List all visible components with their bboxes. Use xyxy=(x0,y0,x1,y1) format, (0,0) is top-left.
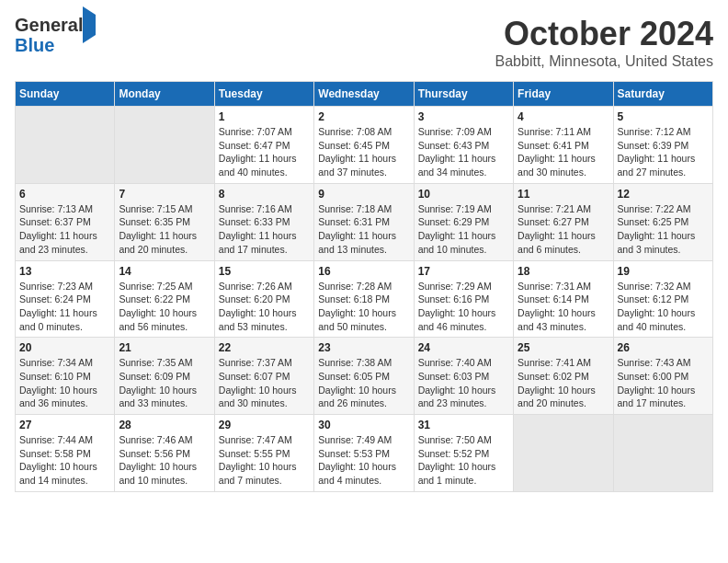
day-number: 2 xyxy=(318,110,409,123)
day-number: 19 xyxy=(618,265,709,278)
table-row: 19Sunrise: 7:32 AM Sunset: 6:12 PM Dayli… xyxy=(613,260,712,338)
table-row: 11Sunrise: 7:21 AM Sunset: 6:27 PM Dayli… xyxy=(514,183,613,260)
header-sunday: Sunday xyxy=(16,82,115,107)
table-row: 16Sunrise: 7:28 AM Sunset: 6:18 PM Dayli… xyxy=(314,260,414,338)
day-info: Sunrise: 7:07 AM Sunset: 6:47 PM Dayligh… xyxy=(219,125,310,179)
day-number: 26 xyxy=(618,341,709,354)
day-number: 21 xyxy=(119,341,210,354)
day-number: 30 xyxy=(318,419,409,431)
logo: General Blue xyxy=(15,15,96,55)
day-number: 12 xyxy=(618,188,709,201)
day-info: Sunrise: 7:26 AM Sunset: 6:20 PM Dayligh… xyxy=(219,280,310,334)
table-row: 17Sunrise: 7:29 AM Sunset: 6:16 PM Dayli… xyxy=(414,260,513,338)
table-row: 5Sunrise: 7:12 AM Sunset: 6:39 PM Daylig… xyxy=(613,107,712,184)
logo-general: General xyxy=(15,15,83,35)
day-info: Sunrise: 7:18 AM Sunset: 6:31 PM Dayligh… xyxy=(318,202,409,257)
logo-icon xyxy=(83,6,96,43)
logo-blue: Blue xyxy=(15,35,54,55)
day-info: Sunrise: 7:12 AM Sunset: 6:39 PM Dayligh… xyxy=(618,125,709,179)
day-number: 7 xyxy=(119,188,210,201)
table-row: 1Sunrise: 7:07 AM Sunset: 6:47 PM Daylig… xyxy=(214,107,313,184)
table-row: 20Sunrise: 7:34 AM Sunset: 6:10 PM Dayli… xyxy=(16,338,115,415)
day-info: Sunrise: 7:32 AM Sunset: 6:12 PM Dayligh… xyxy=(618,280,709,334)
day-number: 16 xyxy=(318,265,409,278)
day-number: 1 xyxy=(219,110,310,123)
table-row: 21Sunrise: 7:35 AM Sunset: 6:09 PM Dayli… xyxy=(115,338,214,415)
day-info: Sunrise: 7:19 AM Sunset: 6:29 PM Dayligh… xyxy=(418,202,509,257)
table-row: 14Sunrise: 7:25 AM Sunset: 6:22 PM Dayli… xyxy=(115,260,214,338)
table-row: 6Sunrise: 7:13 AM Sunset: 6:37 PM Daylig… xyxy=(16,183,115,260)
day-info: Sunrise: 7:16 AM Sunset: 6:33 PM Dayligh… xyxy=(219,202,310,257)
table-row: 7Sunrise: 7:15 AM Sunset: 6:35 PM Daylig… xyxy=(115,183,214,260)
table-row: 26Sunrise: 7:43 AM Sunset: 6:00 PM Dayli… xyxy=(613,338,712,415)
day-info: Sunrise: 7:41 AM Sunset: 6:02 PM Dayligh… xyxy=(518,356,609,410)
table-row xyxy=(16,107,115,184)
header-thursday: Thursday xyxy=(414,82,513,107)
day-number: 9 xyxy=(318,188,409,201)
calendar-table: Sunday Monday Tuesday Wednesday Thursday… xyxy=(15,81,713,492)
day-number: 10 xyxy=(418,188,509,201)
day-number: 5 xyxy=(618,110,709,123)
day-number: 28 xyxy=(119,419,210,431)
table-row: 30Sunrise: 7:49 AM Sunset: 5:53 PM Dayli… xyxy=(314,415,414,492)
day-info: Sunrise: 7:34 AM Sunset: 6:10 PM Dayligh… xyxy=(19,356,110,410)
table-row: 18Sunrise: 7:31 AM Sunset: 6:14 PM Dayli… xyxy=(514,260,613,338)
day-number: 27 xyxy=(19,419,110,431)
table-row: 15Sunrise: 7:26 AM Sunset: 6:20 PM Dayli… xyxy=(214,260,313,338)
day-number: 15 xyxy=(219,265,310,278)
table-row: 31Sunrise: 7:50 AM Sunset: 5:52 PM Dayli… xyxy=(414,415,513,492)
day-info: Sunrise: 7:44 AM Sunset: 5:58 PM Dayligh… xyxy=(19,433,110,488)
day-info: Sunrise: 7:21 AM Sunset: 6:27 PM Dayligh… xyxy=(518,202,609,257)
table-row xyxy=(514,415,613,492)
day-number: 24 xyxy=(418,341,509,354)
day-info: Sunrise: 7:49 AM Sunset: 5:53 PM Dayligh… xyxy=(318,433,409,488)
header-monday: Monday xyxy=(115,82,214,107)
table-row: 24Sunrise: 7:40 AM Sunset: 6:03 PM Dayli… xyxy=(414,338,513,415)
table-row: 9Sunrise: 7:18 AM Sunset: 6:31 PM Daylig… xyxy=(314,183,414,260)
day-info: Sunrise: 7:47 AM Sunset: 5:55 PM Dayligh… xyxy=(219,433,310,488)
logo-text: General Blue xyxy=(15,15,96,55)
table-row: 27Sunrise: 7:44 AM Sunset: 5:58 PM Dayli… xyxy=(16,415,115,492)
header-tuesday: Tuesday xyxy=(214,82,313,107)
header-saturday: Saturday xyxy=(613,82,712,107)
header-friday: Friday xyxy=(514,82,613,107)
day-info: Sunrise: 7:50 AM Sunset: 5:52 PM Dayligh… xyxy=(418,433,509,488)
calendar-week-row: 27Sunrise: 7:44 AM Sunset: 5:58 PM Dayli… xyxy=(16,415,713,492)
day-number: 18 xyxy=(518,265,609,278)
day-info: Sunrise: 7:31 AM Sunset: 6:14 PM Dayligh… xyxy=(518,280,609,334)
day-number: 3 xyxy=(418,110,509,123)
day-info: Sunrise: 7:38 AM Sunset: 6:05 PM Dayligh… xyxy=(318,356,409,410)
day-info: Sunrise: 7:40 AM Sunset: 6:03 PM Dayligh… xyxy=(418,356,509,410)
day-info: Sunrise: 7:08 AM Sunset: 6:45 PM Dayligh… xyxy=(318,125,409,179)
table-row: 12Sunrise: 7:22 AM Sunset: 6:25 PM Dayli… xyxy=(613,183,712,260)
day-number: 14 xyxy=(119,265,210,278)
header-wednesday: Wednesday xyxy=(314,82,414,107)
table-row: 3Sunrise: 7:09 AM Sunset: 6:43 PM Daylig… xyxy=(414,107,513,184)
day-info: Sunrise: 7:11 AM Sunset: 6:41 PM Dayligh… xyxy=(518,125,609,179)
calendar-subtitle: Babbitt, Minnesota, United States xyxy=(495,53,713,70)
day-number: 20 xyxy=(19,341,110,354)
calendar-week-row: 6Sunrise: 7:13 AM Sunset: 6:37 PM Daylig… xyxy=(16,183,713,260)
day-info: Sunrise: 7:23 AM Sunset: 6:24 PM Dayligh… xyxy=(19,280,110,334)
table-row: 29Sunrise: 7:47 AM Sunset: 5:55 PM Dayli… xyxy=(214,415,313,492)
day-info: Sunrise: 7:13 AM Sunset: 6:37 PM Dayligh… xyxy=(19,202,110,257)
day-number: 22 xyxy=(219,341,310,354)
day-number: 11 xyxy=(518,188,609,201)
day-info: Sunrise: 7:37 AM Sunset: 6:07 PM Dayligh… xyxy=(219,356,310,410)
title-block: October 2024 Babbitt, Minnesota, United … xyxy=(495,15,713,70)
table-row: 4Sunrise: 7:11 AM Sunset: 6:41 PM Daylig… xyxy=(514,107,613,184)
day-info: Sunrise: 7:09 AM Sunset: 6:43 PM Dayligh… xyxy=(418,125,509,179)
calendar-week-row: 13Sunrise: 7:23 AM Sunset: 6:24 PM Dayli… xyxy=(16,260,713,338)
day-number: 29 xyxy=(219,419,310,431)
day-info: Sunrise: 7:15 AM Sunset: 6:35 PM Dayligh… xyxy=(119,202,210,257)
table-row: 22Sunrise: 7:37 AM Sunset: 6:07 PM Dayli… xyxy=(214,338,313,415)
table-row xyxy=(613,415,712,492)
table-row: 28Sunrise: 7:46 AM Sunset: 5:56 PM Dayli… xyxy=(115,415,214,492)
day-info: Sunrise: 7:46 AM Sunset: 5:56 PM Dayligh… xyxy=(119,433,210,488)
table-row: 13Sunrise: 7:23 AM Sunset: 6:24 PM Dayli… xyxy=(16,260,115,338)
day-info: Sunrise: 7:22 AM Sunset: 6:25 PM Dayligh… xyxy=(618,202,709,257)
calendar-title: October 2024 xyxy=(495,15,713,53)
day-number: 17 xyxy=(418,265,509,278)
table-row xyxy=(115,107,214,184)
day-info: Sunrise: 7:28 AM Sunset: 6:18 PM Dayligh… xyxy=(318,280,409,334)
